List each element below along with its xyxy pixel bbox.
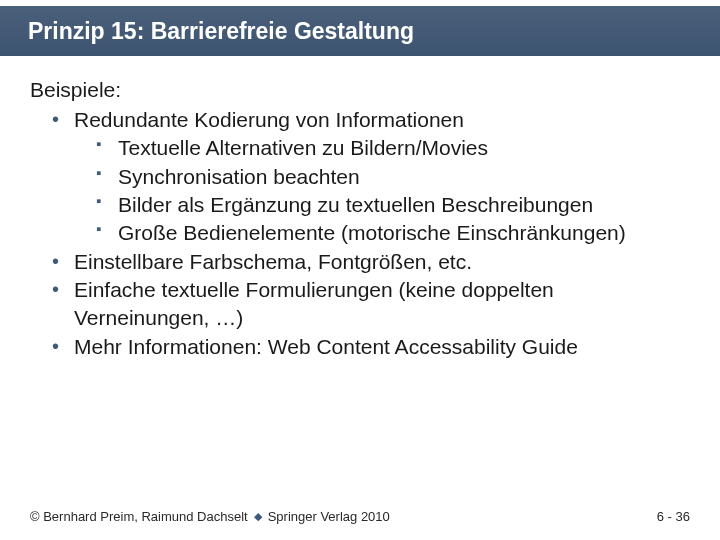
footer: © Bernhard Preim, Raimund Dachselt ◆ Spr… — [0, 509, 720, 524]
intro-label: Beispiele: — [30, 78, 690, 102]
footer-left: © Bernhard Preim, Raimund Dachselt ◆ Spr… — [30, 509, 390, 524]
sub-list-item: Textuelle Alternativen zu Bildern/Movies — [96, 134, 690, 162]
sub-list-item: Synchronisation beachten — [96, 163, 690, 191]
sub-list-item: Bilder als Ergänzung zu textuellen Besch… — [96, 191, 690, 219]
list-item: Einstellbare Farbschema, Fontgrößen, etc… — [52, 248, 690, 276]
list-item: Redundante Kodierung von Informationen T… — [52, 106, 690, 248]
bullet-list: Redundante Kodierung von Informationen T… — [30, 106, 690, 361]
footer-page: 6 - 36 — [657, 509, 690, 524]
list-item-text: Redundante Kodierung von Informationen — [74, 108, 464, 131]
footer-authors: © Bernhard Preim, Raimund Dachselt — [30, 509, 248, 524]
list-item: Einfache textuelle Formulierungen (keine… — [52, 276, 690, 333]
sub-list: Textuelle Alternativen zu Bildern/Movies… — [74, 134, 690, 247]
title-bar: Prinzip 15: Barrierefreie Gestaltung — [0, 0, 720, 56]
sub-list-item: Große Bedienelemente (motorische Einschr… — [96, 219, 690, 247]
slide-title: Prinzip 15: Barrierefreie Gestaltung — [28, 18, 414, 45]
slide-content: Beispiele: Redundante Kodierung von Info… — [0, 56, 720, 361]
list-item: Mehr Informationen: Web Content Accessab… — [52, 333, 690, 361]
diamond-icon: ◆ — [254, 510, 262, 523]
footer-publisher: Springer Verlag 2010 — [268, 509, 390, 524]
